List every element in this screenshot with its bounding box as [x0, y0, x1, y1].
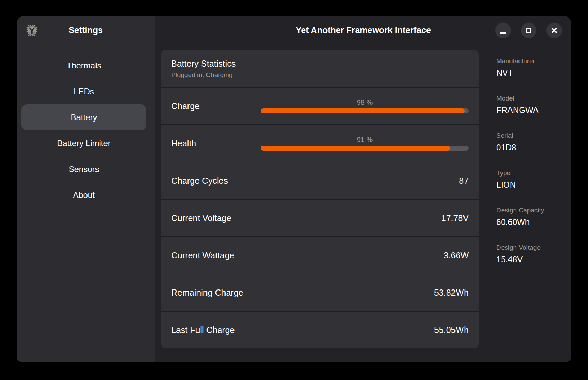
- last-full-charge-label: Last Full Charge: [171, 325, 235, 335]
- current-voltage-value: 17.78V: [441, 213, 469, 223]
- health-progress-fill: [261, 146, 450, 151]
- battery-card-header: Battery Statistics Plugged in, Charging: [161, 50, 479, 87]
- app-window: Settings Thermals LEDs Battery Battery L…: [17, 16, 571, 362]
- charge-progress: 98 %: [261, 99, 469, 113]
- design-capacity-label: Design Capacity: [496, 207, 569, 214]
- battery-info-panel: Manufacturer NVT Model FRANGWA Serial 01…: [485, 50, 571, 352]
- current-voltage-row: Current Voltage 17.78V: [161, 199, 479, 236]
- sidebar-item-thermals[interactable]: Thermals: [21, 53, 146, 78]
- manufacturer-value: NVT: [496, 68, 569, 78]
- charge-progress-track: [261, 108, 469, 113]
- type-value: LION: [496, 180, 569, 190]
- design-voltage-label: Design Voltage: [496, 244, 569, 251]
- minimize-icon: [500, 32, 506, 34]
- serial-value: 01D8: [496, 143, 569, 152]
- app-gear-chip-icon: [26, 24, 38, 37]
- health-progress-track: [261, 146, 469, 151]
- current-wattage-label: Current Wattage: [171, 250, 234, 260]
- content: Battery Statistics Plugged in, Charging …: [155, 45, 571, 362]
- health-row: Health 91 %: [161, 124, 479, 162]
- health-progress: 91 %: [261, 136, 469, 151]
- window-controls: [495, 22, 562, 38]
- last-full-charge-row: Last Full Charge 55.05Wh: [161, 311, 479, 348]
- sidebar-title: Settings: [68, 25, 103, 35]
- minimize-button[interactable]: [495, 22, 511, 38]
- maximize-icon: [526, 28, 531, 33]
- design-capacity-entry: Design Capacity 60.60Wh: [496, 207, 569, 227]
- type-label: Type: [496, 169, 569, 177]
- battery-card-area: Battery Statistics Plugged in, Charging …: [155, 45, 485, 362]
- sidebar-item-battery-limiter[interactable]: Battery Limiter: [21, 130, 146, 156]
- remaining-charge-row: Remaining Charge 53.82Wh: [161, 274, 479, 311]
- design-voltage-value: 15.48V: [496, 255, 569, 264]
- last-full-charge-value: 55.05Wh: [434, 325, 469, 335]
- model-label: Model: [496, 95, 569, 102]
- sidebar-item-leds[interactable]: LEDs: [21, 78, 146, 104]
- design-capacity-value: 60.60Wh: [496, 217, 569, 227]
- remaining-charge-label: Remaining Charge: [171, 288, 243, 298]
- type-entry: Type LION: [496, 169, 569, 190]
- model-entry: Model FRANGWA: [496, 95, 569, 115]
- manufacturer-entry: Manufacturer NVT: [496, 57, 569, 78]
- design-voltage-entry: Design Voltage 15.48V: [496, 244, 569, 264]
- window-title: Yet Another Framework Interface: [296, 25, 431, 35]
- current-voltage-label: Current Voltage: [171, 213, 231, 223]
- close-icon: [551, 27, 558, 34]
- charge-cycles-row: Charge Cycles 87: [161, 162, 479, 199]
- charge-percent-text: 98 %: [357, 99, 373, 106]
- manufacturer-label: Manufacturer: [496, 57, 569, 65]
- sidebar-item-battery[interactable]: Battery: [21, 104, 146, 130]
- remaining-charge-value: 53.82Wh: [434, 288, 469, 298]
- charge-label: Charge: [171, 101, 200, 111]
- sidebar: Settings Thermals LEDs Battery Battery L…: [17, 16, 155, 362]
- battery-card-title: Battery Statistics: [171, 59, 468, 69]
- sidebar-item-sensors[interactable]: Sensors: [21, 156, 146, 182]
- health-label: Health: [171, 139, 196, 149]
- battery-statistics-card: Battery Statistics Plugged in, Charging …: [161, 50, 479, 348]
- current-wattage-value: -3.66W: [441, 250, 469, 260]
- health-percent-text: 91 %: [357, 136, 373, 143]
- titlebar: Yet Another Framework Interface: [155, 16, 571, 45]
- maximize-button[interactable]: [521, 22, 536, 38]
- main-area: Yet Another Framework Interface: [155, 16, 571, 362]
- serial-entry: Serial 01D8: [496, 132, 569, 152]
- sidebar-nav: Thermals LEDs Battery Battery Limiter Se…: [17, 45, 155, 208]
- close-button[interactable]: [546, 22, 562, 38]
- charge-cycles-label: Charge Cycles: [171, 176, 228, 186]
- serial-label: Serial: [496, 132, 569, 140]
- battery-status-text: Plugged in, Charging: [171, 71, 468, 79]
- charge-cycles-value: 87: [459, 176, 469, 186]
- charge-row: Charge 98 %: [161, 87, 479, 124]
- model-value: FRANGWA: [496, 105, 569, 115]
- sidebar-header: Settings: [17, 16, 155, 45]
- sidebar-item-about[interactable]: About: [21, 182, 146, 208]
- current-wattage-row: Current Wattage -3.66W: [161, 236, 479, 274]
- charge-progress-fill: [261, 108, 465, 113]
